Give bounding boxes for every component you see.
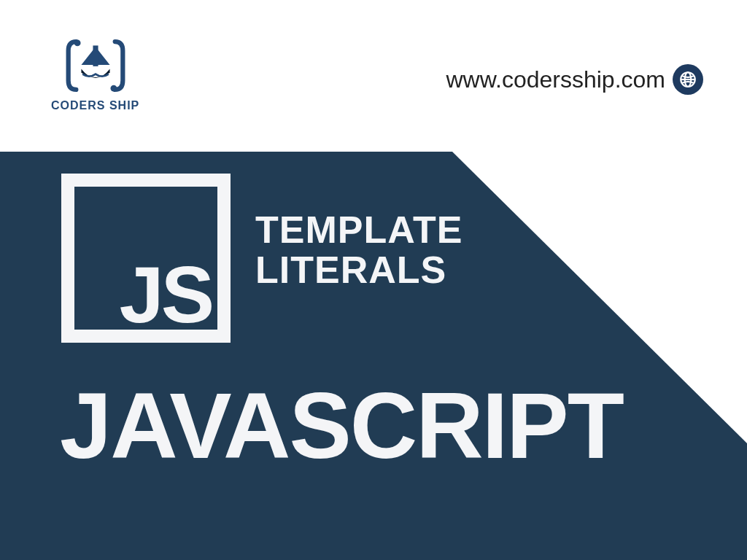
js-logo-badge: JS: [61, 174, 231, 343]
topic-line-2: LITERALS: [255, 250, 462, 290]
js-logo-text: JS: [119, 260, 212, 329]
website-url: www.codersship.com: [446, 66, 665, 93]
svg-point-1: [110, 85, 117, 92]
globe-icon: [673, 64, 703, 95]
banner-graphic: CODERS SHIP www.codersship.com JS TEMPLA…: [0, 0, 747, 560]
ship-logo-icon: [63, 36, 128, 95]
brand-logo: CODERS SHIP: [51, 36, 139, 112]
brand-name: CODERS SHIP: [51, 99, 139, 112]
website-url-block: www.codersship.com: [446, 64, 703, 95]
topic-title: TEMPLATE LITERALS: [255, 210, 462, 290]
topic-line-1: TEMPLATE: [255, 210, 462, 250]
language-title: JAVASCRIPT: [60, 372, 623, 479]
svg-point-0: [74, 39, 80, 46]
svg-rect-2: [93, 45, 98, 66]
